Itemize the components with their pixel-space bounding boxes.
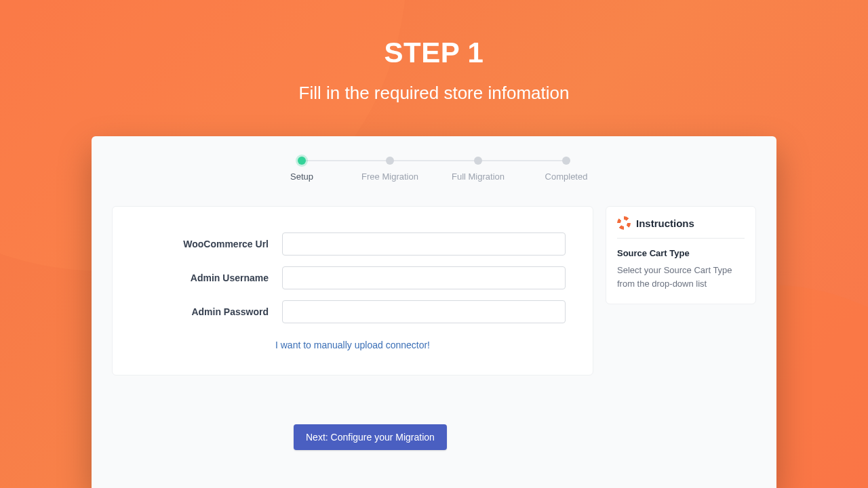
form-row-password: Admin Password xyxy=(140,300,566,323)
instructions-body: Select your Source Cart Type from the dr… xyxy=(617,264,745,290)
manual-upload-row: I want to manually upload connector! xyxy=(140,340,566,350)
step-dot xyxy=(386,157,394,165)
instructions-title-row: Instructions xyxy=(617,216,745,239)
username-label: Admin Username xyxy=(140,272,282,283)
next-button[interactable]: Next: Configure your Migration xyxy=(294,424,447,450)
hero-header: STEP 1 Fill in the required store infoma… xyxy=(0,0,868,104)
form-row-url: WooCommerce Url xyxy=(140,232,566,256)
instructions-heading: Source Cart Type xyxy=(617,248,745,258)
password-label: Admin Password xyxy=(140,306,282,317)
form-row-username: Admin Username xyxy=(140,266,566,289)
main-panel: Setup Free Migration Full Migration Comp… xyxy=(92,136,776,488)
step-subtitle: Fill in the required store infomation xyxy=(0,83,868,104)
lifebuoy-icon xyxy=(617,216,631,230)
content-row: WooCommerce Url Admin Username Admin Pas… xyxy=(112,206,756,375)
instructions-title: Instructions xyxy=(636,218,694,229)
step-dot-active xyxy=(298,157,306,165)
step-label: Completed xyxy=(545,171,588,182)
setup-form-card: WooCommerce Url Admin Username Admin Pas… xyxy=(112,206,593,375)
username-input[interactable] xyxy=(282,266,566,289)
instructions-card: Instructions Source Cart Type Select you… xyxy=(606,206,756,304)
step-dot xyxy=(474,157,482,165)
step-label: Setup xyxy=(290,171,313,182)
step-label: Full Migration xyxy=(452,171,505,182)
url-input[interactable] xyxy=(282,232,566,256)
password-input[interactable] xyxy=(282,300,566,323)
step-label: Free Migration xyxy=(361,171,418,182)
step-dot xyxy=(562,157,570,165)
step-title: STEP 1 xyxy=(0,37,868,69)
url-label: WooCommerce Url xyxy=(140,239,282,249)
manual-upload-link[interactable]: I want to manually upload connector! xyxy=(275,340,430,350)
progress-stepper: Setup Free Migration Full Migration Comp… xyxy=(258,157,610,182)
step-setup: Setup xyxy=(258,157,346,182)
